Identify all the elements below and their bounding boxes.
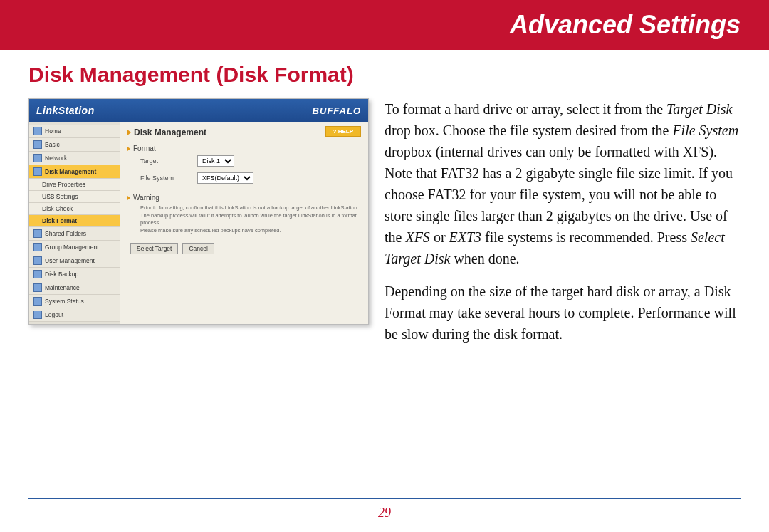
nav-item-label: User Management bbox=[45, 257, 95, 264]
filesystem-label: File System bbox=[140, 174, 183, 182]
screenshot-main: Disk Management ? HELP Format Target Dis… bbox=[120, 122, 368, 324]
target-disk-select[interactable]: Disk 1 bbox=[197, 155, 234, 167]
cancel-button[interactable]: Cancel bbox=[182, 243, 214, 254]
select-target-button[interactable]: Select Target bbox=[130, 243, 178, 254]
format-section-label: Format bbox=[127, 145, 361, 152]
nav-icon bbox=[33, 283, 42, 292]
nav-item-label: Maintenance bbox=[45, 284, 80, 291]
nav-item-group-management[interactable]: Group Management bbox=[29, 241, 120, 254]
nav-icon bbox=[33, 127, 42, 135]
page-number: 29 bbox=[0, 506, 769, 521]
nav-item-label: Basic bbox=[45, 141, 60, 148]
nav-item-drive-properties[interactable]: Drive Properties bbox=[29, 179, 120, 191]
nav-item-label: Drive Properties bbox=[42, 181, 85, 188]
nav-item-maintenance[interactable]: Maintenance bbox=[29, 281, 120, 295]
banner-title: Advanced Settings bbox=[510, 10, 741, 40]
banner: Advanced Settings bbox=[0, 0, 769, 50]
nav-item-logout[interactable]: Logout bbox=[29, 308, 120, 322]
nav-item-label: System Status bbox=[45, 298, 84, 305]
footer-rule bbox=[28, 498, 741, 499]
nav-icon bbox=[33, 297, 42, 306]
filesystem-select[interactable]: XFS(Default) bbox=[197, 172, 253, 184]
nav-item-disk-check[interactable]: Disk Check bbox=[29, 203, 120, 215]
nav-icon bbox=[33, 229, 42, 238]
nav-item-label: Group Management bbox=[45, 244, 99, 251]
screenshot-body: HomeBasicNetworkDisk ManagementDrive Pro… bbox=[29, 122, 368, 324]
nav-item-label: Network bbox=[45, 155, 67, 162]
nav-item-basic[interactable]: Basic bbox=[29, 138, 120, 152]
target-row: Target Disk 1 bbox=[127, 152, 361, 169]
nav-item-label: Home bbox=[45, 127, 61, 135]
target-label: Target bbox=[140, 157, 183, 165]
paragraph-1: To format a hard drive or array, select … bbox=[384, 98, 741, 269]
nav-icon bbox=[33, 154, 42, 162]
nav-item-shared-folders[interactable]: Shared Folders bbox=[29, 227, 120, 241]
warning-text: Prior to formatting, confirm that this L… bbox=[127, 202, 361, 237]
nav-icon bbox=[33, 167, 42, 176]
nav-item-label: Disk Backup bbox=[45, 271, 78, 278]
nav-item-user-management[interactable]: User Management bbox=[29, 254, 120, 268]
nav-item-label: Disk Management bbox=[45, 168, 96, 175]
help-button[interactable]: ? HELP bbox=[325, 126, 361, 137]
nav-icon bbox=[33, 270, 42, 278]
button-row: Select Target Cancel bbox=[127, 237, 361, 254]
nav-item-usb-settings[interactable]: USB Settings bbox=[29, 191, 120, 203]
nav-icon bbox=[33, 243, 42, 251]
buffalo-brand: BUFFALO bbox=[313, 105, 361, 116]
nav-item-label: Logout bbox=[45, 311, 63, 318]
nav-icon bbox=[33, 140, 42, 149]
nav-item-home[interactable]: Home bbox=[29, 125, 120, 138]
filesystem-row: File System XFS(Default) bbox=[127, 169, 361, 187]
nav-item-label: USB Settings bbox=[42, 193, 78, 200]
nav-item-label: Disk Format bbox=[42, 217, 77, 224]
nav-item-network[interactable]: Network bbox=[29, 152, 120, 165]
nav-item-system-status[interactable]: System Status bbox=[29, 295, 120, 308]
nav-item-label: Disk Check bbox=[42, 205, 73, 212]
warning-section-label: Warning bbox=[127, 194, 361, 202]
nav-icon bbox=[33, 256, 42, 265]
screenshot-sidebar: HomeBasicNetworkDisk ManagementDrive Pro… bbox=[29, 122, 120, 324]
nav-item-disk-management[interactable]: Disk Management bbox=[29, 165, 120, 179]
body-text: To format a hard drive or array, select … bbox=[384, 98, 741, 356]
nav-icon bbox=[33, 311, 42, 319]
screenshot-header: LinkStation BUFFALO bbox=[29, 99, 368, 122]
document-page: Advanced Settings Disk Management (Disk … bbox=[0, 0, 769, 532]
linkstation-logo: LinkStation bbox=[36, 105, 95, 116]
section-heading: Disk Management (Disk Format) bbox=[28, 63, 354, 87]
screenshot-figure: LinkStation BUFFALO HomeBasicNetworkDisk… bbox=[28, 98, 369, 325]
nav-item-disk-backup[interactable]: Disk Backup bbox=[29, 268, 120, 281]
paragraph-2: Depending on the size of the target hard… bbox=[384, 281, 741, 345]
nav-item-disk-format[interactable]: Disk Format bbox=[29, 215, 120, 227]
nav-item-label: Shared Folders bbox=[45, 230, 86, 237]
